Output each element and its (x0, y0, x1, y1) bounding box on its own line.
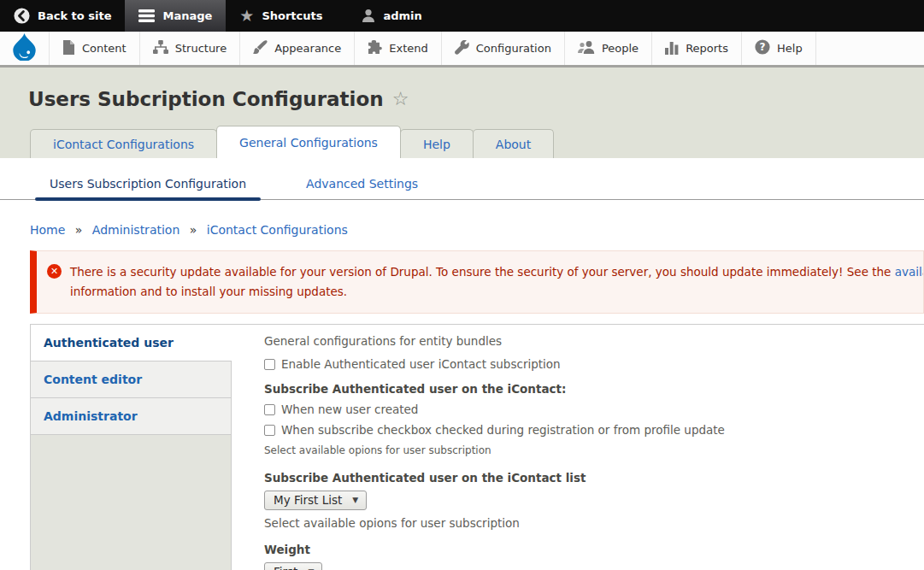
admin-toolbar: Back to site Manage ★ Shortcuts admin (0, 0, 924, 32)
bar-chart-icon (665, 40, 679, 57)
back-to-site-button[interactable]: Back to site (0, 0, 125, 32)
puzzle-icon (368, 40, 382, 57)
admin-menu-item-extend[interactable]: Extend (355, 32, 442, 65)
back-to-site-label: Back to site (38, 9, 111, 22)
weight-heading: Weight (264, 543, 924, 556)
when-subscribe-label: When subscribe checkbox checked during r… (281, 423, 725, 437)
subscribe-on-heading: Subscribe Authenticated user on the iCon… (264, 382, 924, 396)
favorite-star-icon[interactable]: ☆ (392, 90, 409, 109)
breadcrumb: Home » Administration » iContact Configu… (30, 223, 924, 237)
file-icon (62, 40, 75, 57)
user-menu[interactable]: admin (348, 0, 435, 32)
vtab-authenticated-user[interactable]: Authenticated user (31, 325, 232, 361)
security-update-error-message: ✕ There is a security update available f… (30, 250, 924, 314)
admin-menu-label: Appearance (274, 42, 341, 55)
vtab-content-editor[interactable]: Content editor (31, 361, 231, 398)
people-icon (578, 40, 595, 57)
question-icon: ? (755, 39, 770, 57)
tab-advanced-settings[interactable]: Advanced Settings (291, 167, 433, 199)
tab-icontact-configurations[interactable]: iContact Configurations (30, 129, 217, 158)
admin-menu-label: Extend (389, 42, 428, 55)
hamburger-icon (138, 9, 155, 22)
svg-text:?: ? (760, 41, 766, 53)
enable-subscription-label: Enable Authenticated user iContact subsc… (281, 357, 561, 371)
breadcrumb-separator: » (75, 223, 83, 237)
admin-menu-bar: Content Structure Appearance Extend Conf… (0, 32, 924, 68)
vtab-administrator[interactable]: Administrator (31, 398, 231, 435)
sitemap-icon (153, 40, 168, 57)
breadcrumb-home-link[interactable]: Home (30, 223, 65, 237)
shortcuts-tab[interactable]: ★ Shortcuts (226, 0, 336, 32)
icontact-list-heading: Subscribe Authenticated user on the iCon… (264, 471, 924, 485)
user-icon (362, 9, 375, 23)
star-icon: ★ (239, 8, 254, 24)
user-label: admin (383, 9, 421, 22)
admin-menu-item-reports[interactable]: Reports (652, 32, 742, 65)
admin-menu-label: Configuration (476, 42, 551, 55)
tab-general-configurations[interactable]: General Configurations (216, 126, 401, 158)
admin-menu-item-structure[interactable]: Structure (140, 32, 240, 65)
breadcrumb-icontact-configurations-link[interactable]: iContact Configurations (207, 223, 348, 237)
admin-menu-label: Reports (686, 42, 728, 55)
paintbrush-icon (253, 40, 268, 57)
secondary-tabs-bar: Users Subscription Configuration Advance… (0, 158, 924, 200)
subscribe-options-description: Select available opions for user subscri… (264, 444, 924, 456)
weight-select[interactable]: First ▼ (264, 562, 322, 570)
admin-menu-label: Help (777, 42, 803, 55)
drupal-logo-icon (11, 32, 38, 64)
manage-tab[interactable]: Manage (125, 0, 226, 32)
breadcrumb-administration-link[interactable]: Administration (92, 223, 180, 237)
page-title: Users Subcription Configuration (28, 86, 384, 112)
admin-menu-item-people[interactable]: People (565, 32, 652, 65)
admin-menu-item-configuration[interactable]: Configuration (442, 32, 565, 65)
breadcrumb-separator: » (190, 223, 197, 237)
admin-menu-item-appearance[interactable]: Appearance (240, 32, 355, 65)
back-circle-icon (14, 8, 30, 24)
tab-users-subscription-configuration[interactable]: Users Subscription Configuration (35, 167, 261, 199)
error-text-before: There is a security update available for… (70, 265, 895, 279)
pane-description: General configurations for entity bundle… (264, 334, 924, 348)
when-subscribe-checkbox[interactable] (264, 425, 275, 436)
admin-menu-label: People (602, 42, 639, 55)
tab-about[interactable]: About (473, 129, 554, 158)
when-new-user-label: When new user created (281, 403, 418, 416)
vertical-tabs-filler (31, 435, 231, 570)
weight-selected-value: First (274, 565, 297, 570)
admin-menu-label: Structure (175, 42, 227, 55)
vertical-tabs-fieldset: Authenticated user Content editor Admini… (30, 324, 924, 570)
icontact-list-description: Select available opions for user subscri… (264, 516, 924, 530)
wrench-icon (455, 40, 469, 57)
available-updates-link[interactable]: available updates page (895, 265, 924, 279)
page-header-region: Users Subcription Configuration ☆ iConta… (0, 68, 924, 158)
admin-menu-item-help[interactable]: ? Help (742, 32, 816, 65)
icontact-list-select[interactable]: My First List ▼ (264, 491, 367, 510)
error-x-circle-icon: ✕ (47, 264, 62, 279)
authenticated-user-settings-pane: General configurations for entity bundle… (232, 325, 924, 570)
error-message-text: There is a security update available for… (70, 262, 924, 302)
enable-subscription-checkbox[interactable] (264, 359, 275, 370)
icontact-list-selected-value: My First List (274, 493, 342, 507)
select-arrow-icon: ▼ (352, 496, 358, 504)
primary-tabs: iContact Configurations General Configur… (0, 126, 924, 158)
admin-menu-item-content[interactable]: Content (50, 32, 140, 65)
drupal-home-button[interactable] (0, 32, 50, 65)
when-new-user-checkbox[interactable] (264, 404, 275, 415)
shortcuts-label: Shortcuts (262, 9, 322, 22)
admin-menu-label: Content (82, 42, 127, 55)
tab-help[interactable]: Help (400, 129, 474, 158)
vertical-tabs-menu: Authenticated user Content editor Admini… (31, 325, 232, 570)
manage-label: Manage (162, 9, 212, 22)
